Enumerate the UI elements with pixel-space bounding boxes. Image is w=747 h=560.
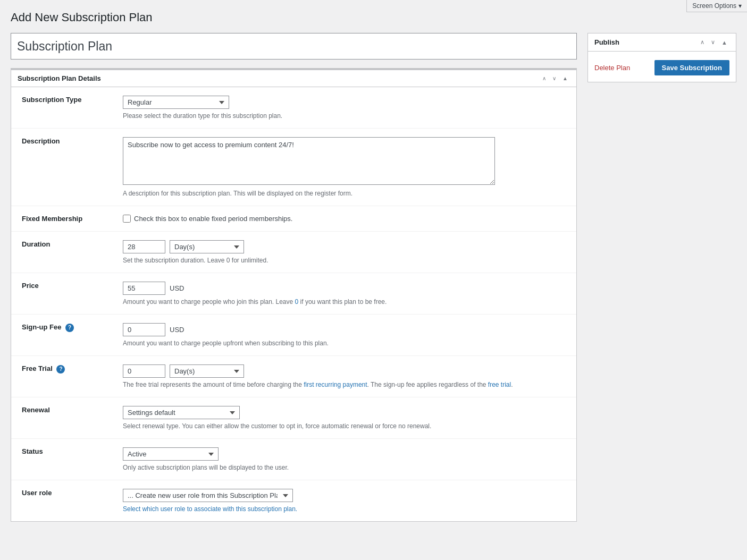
free-trial-input[interactable] <box>123 364 165 378</box>
duration-unit-select[interactable]: Day(s) Week(s) Month(s) Year(s) <box>170 240 244 253</box>
duration-row: Duration Day(s) Week(s) Month(s) Year(s) <box>11 232 576 273</box>
free-trial-label: Free Trial ? <box>11 356 117 397</box>
description-cell: Subscribe now to get access to premium c… <box>117 129 576 206</box>
fixed-membership-cell: Check this box to enable fixed period me… <box>117 206 576 232</box>
status-label: Status <box>11 439 117 480</box>
publish-controls: ∧ ∨ ▲ <box>698 38 729 47</box>
renewal-label: Renewal <box>11 397 117 439</box>
fixed-membership-row: Fixed Membership Check this box to enabl… <box>11 206 576 232</box>
price-label: Price <box>11 273 117 315</box>
main-column: Subscription Plan Details ∧ ∨ ▲ Subscrip… <box>11 33 577 522</box>
first-recurring-link[interactable]: first recurring payment <box>304 381 367 388</box>
signup-fee-row: Sign-up Fee ? USD Amount you want to cha… <box>11 315 576 356</box>
publish-up-button[interactable]: ∧ <box>698 38 707 47</box>
user-role-select[interactable]: ... Create new user role from this Subsc… <box>123 489 293 502</box>
renewal-hint: Select renewal type. You can either allo… <box>123 422 566 430</box>
screen-options-button[interactable]: Screen Options ▾ <box>686 0 747 12</box>
signup-fee-help-icon[interactable]: ? <box>65 324 74 332</box>
subscription-plan-details-metabox: Subscription Plan Details ∧ ∨ ▲ Subscrip… <box>11 68 577 522</box>
subscription-type-label: Subscription Type <box>11 87 117 129</box>
form-table: Subscription Type Regular One-time Lifet… <box>11 87 576 521</box>
duration-hint: Set the subscription duration. Leave 0 f… <box>123 257 566 264</box>
metabox-controls: ∧ ∨ ▲ <box>540 74 570 82</box>
description-hint: A description for this subscription plan… <box>123 190 566 197</box>
metabox-up-button[interactable]: ∧ <box>540 74 548 82</box>
free-trial-label-text: Free Trial <box>22 364 53 372</box>
subscription-type-cell: Regular One-time Lifetime Please select … <box>117 87 576 129</box>
signup-fee-input[interactable] <box>123 323 165 336</box>
plan-title-input[interactable] <box>11 33 577 60</box>
free-trial-help-icon[interactable]: ? <box>56 365 65 374</box>
metabox-title: Subscription Plan Details <box>18 74 101 82</box>
sidebar-column: Publish ∧ ∨ ▲ Delete Plan Save Subscript… <box>587 33 736 82</box>
user-role-label: User role <box>11 480 117 522</box>
screen-options-caret-icon: ▾ <box>738 2 742 10</box>
free-trial-row: Free Trial ? Day(s) Week(s) Month(s) <box>11 356 576 397</box>
fixed-membership-checkbox-label[interactable]: Check this box to enable fixed period me… <box>123 215 566 223</box>
price-cell: USD Amount you want to charge people who… <box>117 273 576 315</box>
user-role-hint: Select which user role to associate with… <box>123 505 566 513</box>
duration-input[interactable] <box>123 240 165 253</box>
duration-label: Duration <box>11 232 117 273</box>
metabox-collapse-button[interactable]: ▲ <box>560 74 570 82</box>
user-role-hint-link[interactable]: Select which user role to associate with… <box>123 505 297 513</box>
price-hint-post: if you want this plan to be free. <box>298 298 387 306</box>
free-trial-unit-select[interactable]: Day(s) Week(s) Month(s) Year(s) <box>170 364 244 378</box>
fixed-membership-checkbox-text: Check this box to enable fixed period me… <box>134 215 292 223</box>
price-input[interactable] <box>123 282 165 295</box>
publish-down-button[interactable]: ∨ <box>709 38 717 47</box>
status-row: Status Active Inactive Only active subsc… <box>11 439 576 480</box>
signup-fee-hint: Amount you want to charge people upfront… <box>123 340 566 347</box>
subscription-type-hint: Please select the duration type for this… <box>123 112 566 120</box>
metabox-header: Subscription Plan Details ∧ ∨ ▲ <box>11 70 576 87</box>
save-subscription-button[interactable]: Save Subscription <box>654 60 729 75</box>
fixed-membership-label: Fixed Membership <box>11 206 117 232</box>
free-trial-link[interactable]: free trial <box>488 381 511 388</box>
price-group: USD <box>123 282 566 295</box>
price-row: Price USD Amount you want to charge peop… <box>11 273 576 315</box>
free-trial-cell: Day(s) Week(s) Month(s) Year(s) The free… <box>117 356 576 397</box>
renewal-select[interactable]: Settings default Allow customer to opt i… <box>123 406 240 419</box>
price-currency: USD <box>170 284 184 292</box>
signup-fee-currency: USD <box>170 326 184 334</box>
subscription-type-row: Subscription Type Regular One-time Lifet… <box>11 87 576 129</box>
free-trial-group: Day(s) Week(s) Month(s) Year(s) <box>123 364 566 378</box>
publish-title: Publish <box>594 38 619 46</box>
delete-plan-link[interactable]: Delete Plan <box>594 64 630 72</box>
subscription-type-select[interactable]: Regular One-time Lifetime <box>123 96 229 109</box>
metabox-body: Subscription Type Regular One-time Lifet… <box>11 87 576 521</box>
status-cell: Active Inactive Only active subscription… <box>117 439 576 480</box>
signup-fee-cell: USD Amount you want to charge people upf… <box>117 315 576 356</box>
description-row: Description Subscribe now to get access … <box>11 129 576 206</box>
status-select[interactable]: Active Inactive <box>123 447 219 461</box>
page-title: Add New Subscription Plan <box>11 11 736 24</box>
status-hint: Only active subscription plans will be d… <box>123 464 566 471</box>
publish-collapse-button[interactable]: ▲ <box>719 38 729 47</box>
signup-fee-label: Sign-up Fee ? <box>11 315 117 356</box>
free-trial-hint: The free trial represents the amount of … <box>123 381 566 388</box>
metabox-down-button[interactable]: ∨ <box>550 74 558 82</box>
screen-options-label: Screen Options <box>692 2 736 10</box>
description-label: Description <box>11 129 117 206</box>
duration-cell: Day(s) Week(s) Month(s) Year(s) Set the … <box>117 232 576 273</box>
renewal-cell: Settings default Allow customer to opt i… <box>117 397 576 439</box>
publish-actions: Delete Plan Save Subscription <box>594 58 729 75</box>
publish-box: Publish ∧ ∨ ▲ Delete Plan Save Subscript… <box>587 33 736 82</box>
signup-fee-label-text: Sign-up Fee <box>22 323 61 331</box>
price-hint-pre: Amount you want to charge people who joi… <box>123 298 295 306</box>
renewal-row: Renewal Settings default Allow customer … <box>11 397 576 439</box>
price-hint: Amount you want to charge people who joi… <box>123 298 566 306</box>
user-role-cell: ... Create new user role from this Subsc… <box>117 480 576 522</box>
fixed-membership-checkbox[interactable] <box>123 215 131 223</box>
signup-fee-group: USD <box>123 323 566 336</box>
publish-header: Publish ∧ ∨ ▲ <box>588 33 736 52</box>
user-role-row: User role ... Create new user role from … <box>11 480 576 522</box>
duration-group: Day(s) Week(s) Month(s) Year(s) <box>123 240 566 253</box>
description-textarea[interactable]: Subscribe now to get access to premium c… <box>123 137 495 185</box>
publish-body: Delete Plan Save Subscription <box>588 52 736 82</box>
